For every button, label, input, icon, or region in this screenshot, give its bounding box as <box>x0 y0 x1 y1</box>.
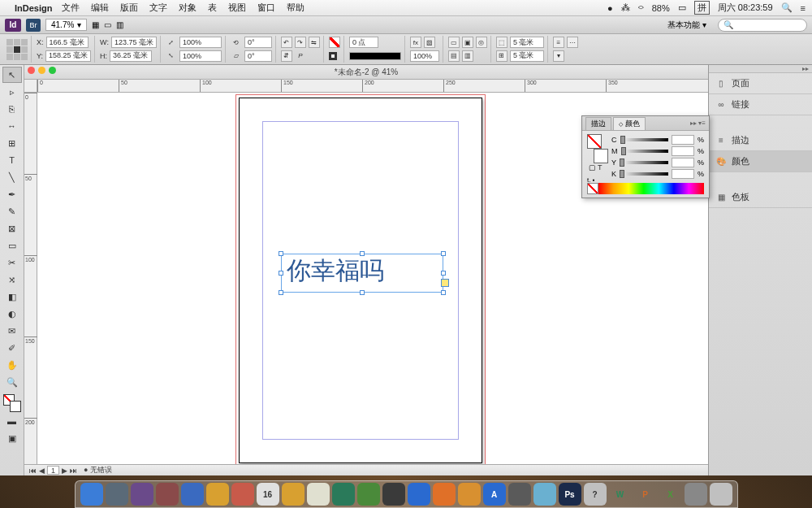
shear-field[interactable]: 0° <box>244 50 272 62</box>
battery-icon[interactable]: ▭ <box>678 2 686 13</box>
frame-fit-icon[interactable]: ⊞ <box>496 50 508 62</box>
selection-tool[interactable]: ↖ <box>2 67 22 83</box>
dock-app[interactable] <box>508 483 531 506</box>
menu-table[interactable]: 表 <box>208 2 217 14</box>
document-tab[interactable]: *未命名-2 @ 41% <box>24 65 708 80</box>
text-wrap-bbox-icon[interactable]: ▣ <box>462 37 473 48</box>
corner-size-field[interactable]: 5 毫米 <box>510 37 544 48</box>
scissors-tool[interactable]: ✂ <box>2 254 22 271</box>
k-slider[interactable] <box>620 172 668 176</box>
horizontal-ruler[interactable]: 050100150200250300350 <box>37 80 708 93</box>
stroke-style-field[interactable] <box>349 52 401 60</box>
handle-top-mid[interactable] <box>360 251 365 256</box>
rectangle-frame-tool[interactable]: ⊠ <box>2 220 22 237</box>
clock[interactable]: 周六 08:23:59 <box>718 2 773 14</box>
spotlight-icon[interactable]: 🔍 <box>781 2 793 13</box>
reference-point-grid[interactable] <box>6 39 28 60</box>
dock-app[interactable] <box>156 483 179 506</box>
page-tool[interactable]: ⎘ <box>2 101 22 117</box>
screen-mode-tool[interactable]: ▣ <box>2 430 22 446</box>
page-navigator[interactable]: ⏮◀ 1 ▶⏭ <box>29 466 77 475</box>
menu-layout[interactable]: 版面 <box>120 2 138 14</box>
notification-icon[interactable]: ● <box>607 3 613 13</box>
stroke-weight-field[interactable]: 0 点 <box>349 37 378 48</box>
dock-app[interactable]: 16 <box>257 483 279 506</box>
k-value[interactable] <box>672 169 694 179</box>
panel-menu-icon[interactable]: ▾ <box>553 50 564 62</box>
scale-y-field[interactable]: 100% <box>179 50 222 62</box>
dock-app[interactable] <box>106 483 128 506</box>
w-field[interactable]: 123.75 毫米 <box>111 37 157 48</box>
panel-stroke[interactable]: ≡描边 <box>709 130 812 151</box>
x-field[interactable]: 166.5 毫米 <box>46 37 89 48</box>
color-panel-floating[interactable]: 描边 ◇ 颜色 ▸▸ ▾≡ ▢ T t. ▪ C% M% Y% K% <box>581 115 710 198</box>
handle-mid-right[interactable] <box>441 271 446 276</box>
handle-top-left[interactable] <box>279 251 283 256</box>
menu-edit[interactable]: 编辑 <box>91 2 109 14</box>
color-spectrum[interactable] <box>587 183 704 194</box>
menu-window[interactable]: 窗口 <box>257 2 275 14</box>
direct-selection-tool[interactable]: ▹ <box>2 84 22 100</box>
free-transform-tool[interactable]: ⤨ <box>2 271 22 288</box>
dock-app[interactable] <box>458 483 481 506</box>
gap-field[interactable]: 5 毫米 <box>510 50 544 62</box>
dock-app[interactable] <box>710 483 732 506</box>
y-value[interactable] <box>672 158 694 167</box>
more-options-icon[interactable]: ⋯ <box>567 37 578 48</box>
m-slider[interactable] <box>621 150 668 153</box>
text-frame-selected[interactable]: 你幸福吗 <box>281 254 443 293</box>
dock-app[interactable] <box>80 483 103 506</box>
dock-app[interactable] <box>282 483 304 506</box>
drop-shadow-icon[interactable]: ▧ <box>424 37 435 48</box>
text-wrap-col-icon[interactable]: ▥ <box>462 50 473 62</box>
dock-collapse[interactable]: ▸▸ <box>709 65 812 73</box>
wifi-icon[interactable]: ⌔ <box>638 3 644 13</box>
menu-type[interactable]: 文字 <box>149 2 167 14</box>
battery-text[interactable]: 88% <box>652 3 670 13</box>
fill-swatch-icon[interactable] <box>329 37 340 48</box>
y-slider[interactable] <box>620 161 668 164</box>
arrange-docs-icon[interactable]: ▥ <box>116 20 123 29</box>
dock-app[interactable]: X <box>659 483 682 506</box>
dock-app[interactable] <box>332 483 355 506</box>
panel-swatches[interactable]: ▦色板 <box>709 187 812 208</box>
apply-color-icon[interactable]: ▬ <box>2 413 22 429</box>
preflight-status[interactable]: ● 无错误 <box>84 465 112 475</box>
align-icons[interactable]: ≡ <box>553 37 564 48</box>
dock-app[interactable]: W <box>609 483 632 506</box>
dock-app[interactable] <box>131 483 153 506</box>
help-search-input[interactable]: 🔍 <box>718 19 807 32</box>
app-name[interactable]: InDesign <box>15 3 52 13</box>
line-tool[interactable]: ╲ <box>2 169 22 185</box>
text-wrap-none-icon[interactable]: ▭ <box>448 37 460 48</box>
h-field[interactable]: 36.25 毫米 <box>110 50 152 62</box>
panel-color[interactable]: 🎨颜色 <box>709 151 812 172</box>
dock-app[interactable] <box>382 483 405 506</box>
effects-icon[interactable]: fx <box>410 37 421 48</box>
bridge-icon[interactable]: Br <box>26 19 41 32</box>
rotate-ccw-icon[interactable]: ↶ <box>281 37 292 48</box>
menu-object[interactable]: 对象 <box>179 2 197 14</box>
view-options-icon[interactable]: ▦ <box>92 20 99 29</box>
pencil-tool[interactable]: ✎ <box>2 203 22 219</box>
zoom-level-field[interactable]: 41.7%▾ <box>45 19 87 31</box>
c-value[interactable] <box>672 135 694 145</box>
menu-view[interactable]: 视图 <box>228 2 246 14</box>
rectangle-tool[interactable]: ▭ <box>2 237 22 254</box>
panel-pages[interactable]: ▯页面 <box>709 73 812 94</box>
vertical-ruler[interactable]: 050100150200 <box>24 93 37 464</box>
text-color-icon[interactable]: T <box>598 163 603 172</box>
dock-app[interactable] <box>307 483 330 506</box>
fill-stroke-swatches[interactable] <box>3 394 21 412</box>
menu-extras-icon[interactable]: ≡ <box>801 3 806 13</box>
handle-mid-left[interactable] <box>279 271 283 276</box>
ruler-origin[interactable] <box>24 80 37 93</box>
note-tool[interactable]: ✉ <box>2 323 22 339</box>
handle-bot-left[interactable] <box>279 290 283 295</box>
pen-tool[interactable]: ✒ <box>2 186 22 202</box>
dock-app[interactable]: A <box>483 483 506 506</box>
dock-app[interactable] <box>533 483 556 506</box>
dock-app[interactable]: P <box>634 483 657 506</box>
m-value[interactable] <box>672 146 694 156</box>
menu-help[interactable]: 帮助 <box>287 2 304 14</box>
